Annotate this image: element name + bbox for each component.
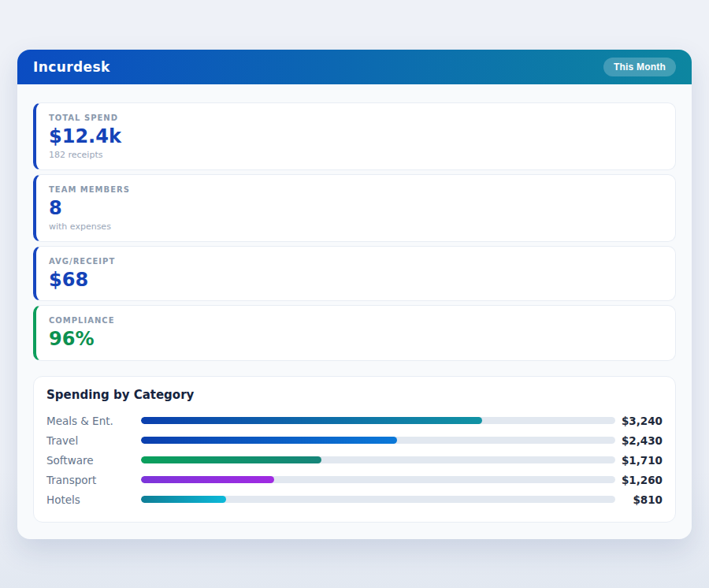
category-row-hotels: Hotels $810 — [46, 489, 663, 509]
category-amount: $1,260 — [615, 474, 663, 486]
chart-title: Spending by Category — [46, 388, 663, 402]
app-header: Incurdesk This Month — [17, 50, 692, 84]
stat-label: COMPLIANCE — [49, 316, 663, 325]
stat-card-total-spend: TOTAL SPEND $12.4k 182 receipts — [33, 102, 676, 170]
category-amount: $810 — [615, 493, 663, 506]
dashboard-panel: Incurdesk This Month TOTAL SPEND $12.4k … — [17, 50, 692, 539]
dashboard-content: TOTAL SPEND $12.4k 182 receipts TEAM MEM… — [17, 84, 692, 538]
stat-value: $68 — [49, 269, 663, 292]
period-badge-button[interactable]: This Month — [603, 58, 676, 76]
category-amount: $2,430 — [615, 434, 663, 447]
stat-card-avg-receipt: AVG/RECEIPT $68 — [33, 246, 676, 302]
category-label: Software — [46, 454, 141, 467]
category-bar-track — [141, 437, 615, 444]
category-bar-track — [141, 417, 615, 424]
stat-subtext: with expenses — [49, 221, 663, 232]
category-row-travel: Travel $2,430 — [46, 430, 663, 450]
stat-subtext: 182 receipts — [49, 150, 663, 160]
stat-label: AVG/RECEIPT — [49, 257, 663, 266]
category-bar-fill — [141, 456, 321, 463]
category-bar-fill — [141, 417, 482, 424]
app-title: Incurdesk — [33, 59, 110, 75]
category-bar-fill — [141, 496, 226, 503]
category-amount: $1,710 — [615, 454, 663, 467]
category-bar-track — [141, 496, 615, 503]
category-row-software: Software $1,710 — [46, 450, 663, 470]
category-bar-fill — [141, 437, 397, 444]
category-label: Meals & Ent. — [46, 415, 141, 427]
category-bar-fill — [141, 476, 274, 483]
category-amount: $3,240 — [615, 415, 663, 427]
stat-value: 8 — [49, 197, 663, 220]
stat-card-compliance: COMPLIANCE 96% — [33, 305, 676, 361]
category-bar-track — [141, 476, 615, 483]
category-row-meals: Meals & Ent. $3,240 — [46, 411, 663, 430]
category-label: Travel — [46, 434, 141, 447]
category-label: Hotels — [46, 493, 141, 506]
category-label: Transport — [46, 474, 141, 486]
stat-label: TOTAL SPEND — [49, 114, 663, 122]
stat-value: 96% — [49, 328, 663, 351]
stat-card-team-members: TEAM MEMBERS 8 with expenses — [33, 174, 676, 242]
category-bar-track — [141, 456, 615, 463]
spending-by-category-card: Spending by Category Meals & Ent. $3,240… — [33, 376, 676, 523]
stat-label: TEAM MEMBERS — [49, 185, 663, 194]
category-row-transport: Transport $1,260 — [46, 470, 663, 489]
stat-value: $12.4k — [49, 125, 663, 148]
